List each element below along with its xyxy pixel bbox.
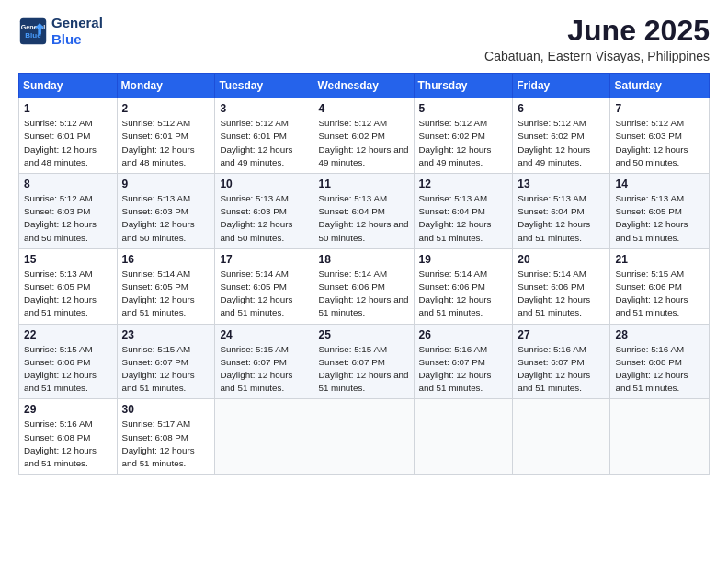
day-number: 28 <box>615 328 704 341</box>
day-number: 18 <box>318 253 408 266</box>
day-number: 4 <box>318 102 408 115</box>
weekday-header-saturday: Saturday <box>610 74 710 98</box>
day-number: 20 <box>518 253 605 266</box>
weekday-header-thursday: Thursday <box>414 74 513 98</box>
day-number: 30 <box>122 403 210 416</box>
day-number: 15 <box>24 253 112 266</box>
day-number: 2 <box>122 102 210 115</box>
day-number: 3 <box>220 102 308 115</box>
day-number: 9 <box>122 178 210 190</box>
logo: General Blue General Blue <box>18 15 103 48</box>
day-number: 6 <box>518 102 605 115</box>
calendar-cell: 21Sunrise: 5:15 AMSunset: 6:06 PMDayligh… <box>610 248 710 324</box>
day-info: Sunrise: 5:14 AMSunset: 6:05 PMDaylight:… <box>220 268 308 320</box>
calendar-cell: 9Sunrise: 5:13 AMSunset: 6:03 PMDaylight… <box>117 174 215 249</box>
calendar-cell: 1Sunrise: 5:12 AMSunset: 6:01 PMDaylight… <box>19 98 118 174</box>
calendar-cell: 28Sunrise: 5:16 AMSunset: 6:08 PMDayligh… <box>610 324 710 399</box>
day-info: Sunrise: 5:14 AMSunset: 6:06 PMDaylight:… <box>318 268 408 320</box>
calendar-week-4: 22Sunrise: 5:15 AMSunset: 6:06 PMDayligh… <box>19 324 710 399</box>
weekday-header-tuesday: Tuesday <box>215 74 313 98</box>
day-number: 22 <box>24 328 112 341</box>
calendar-table: SundayMondayTuesdayWednesdayThursdayFrid… <box>18 73 710 475</box>
day-info: Sunrise: 5:17 AMSunset: 6:08 PMDaylight:… <box>122 418 210 470</box>
day-number: 19 <box>419 253 508 266</box>
day-number: 12 <box>419 178 508 190</box>
weekday-header-row: SundayMondayTuesdayWednesdayThursdayFrid… <box>19 74 710 98</box>
weekday-header-sunday: Sunday <box>19 74 118 98</box>
calendar-cell: 10Sunrise: 5:13 AMSunset: 6:03 PMDayligh… <box>215 174 313 249</box>
day-info: Sunrise: 5:13 AMSunset: 6:04 PMDaylight:… <box>318 192 408 245</box>
day-info: Sunrise: 5:13 AMSunset: 6:04 PMDaylight:… <box>419 192 508 245</box>
location: Cabatuan, Eastern Visayas, Philippines <box>484 49 710 63</box>
calendar-cell: 11Sunrise: 5:13 AMSunset: 6:04 PMDayligh… <box>313 174 414 249</box>
calendar-cell: 15Sunrise: 5:13 AMSunset: 6:05 PMDayligh… <box>19 248 118 324</box>
day-info: Sunrise: 5:15 AMSunset: 6:07 PMDaylight:… <box>318 343 408 396</box>
day-info: Sunrise: 5:16 AMSunset: 6:07 PMDaylight:… <box>518 343 605 396</box>
calendar-cell <box>215 399 313 475</box>
day-number: 17 <box>220 253 308 266</box>
calendar-cell: 12Sunrise: 5:13 AMSunset: 6:04 PMDayligh… <box>414 174 513 249</box>
day-info: Sunrise: 5:15 AMSunset: 6:07 PMDaylight:… <box>220 343 308 396</box>
weekday-header-friday: Friday <box>513 74 610 98</box>
day-info: Sunrise: 5:13 AMSunset: 6:03 PMDaylight:… <box>220 192 308 245</box>
day-number: 7 <box>615 102 704 115</box>
calendar-cell: 22Sunrise: 5:15 AMSunset: 6:06 PMDayligh… <box>19 324 118 399</box>
calendar-cell: 8Sunrise: 5:12 AMSunset: 6:03 PMDaylight… <box>19 174 118 249</box>
calendar-cell <box>610 399 710 475</box>
calendar-cell: 6Sunrise: 5:12 AMSunset: 6:02 PMDaylight… <box>513 98 610 174</box>
calendar-cell: 4Sunrise: 5:12 AMSunset: 6:02 PMDaylight… <box>313 98 414 174</box>
day-info: Sunrise: 5:12 AMSunset: 6:01 PMDaylight:… <box>122 117 210 169</box>
month-title: June 2025 <box>484 15 710 47</box>
day-number: 13 <box>518 178 605 190</box>
day-info: Sunrise: 5:12 AMSunset: 6:03 PMDaylight:… <box>615 117 704 169</box>
day-info: Sunrise: 5:12 AMSunset: 6:02 PMDaylight:… <box>419 117 508 169</box>
day-number: 14 <box>615 178 704 190</box>
weekday-header-monday: Monday <box>117 74 215 98</box>
calendar-cell <box>513 399 610 475</box>
day-number: 27 <box>518 328 605 341</box>
calendar-cell: 2Sunrise: 5:12 AMSunset: 6:01 PMDaylight… <box>117 98 215 174</box>
day-number: 8 <box>24 178 112 190</box>
calendar-cell <box>313 399 414 475</box>
day-number: 24 <box>220 328 308 341</box>
day-info: Sunrise: 5:12 AMSunset: 6:03 PMDaylight:… <box>24 192 112 245</box>
calendar-cell: 5Sunrise: 5:12 AMSunset: 6:02 PMDaylight… <box>414 98 513 174</box>
day-number: 16 <box>122 253 210 266</box>
day-info: Sunrise: 5:15 AMSunset: 6:07 PMDaylight:… <box>122 343 210 396</box>
calendar-cell: 25Sunrise: 5:15 AMSunset: 6:07 PMDayligh… <box>313 324 414 399</box>
calendar-cell: 13Sunrise: 5:13 AMSunset: 6:04 PMDayligh… <box>513 174 610 249</box>
calendar-cell: 23Sunrise: 5:15 AMSunset: 6:07 PMDayligh… <box>117 324 215 399</box>
day-info: Sunrise: 5:15 AMSunset: 6:06 PMDaylight:… <box>615 268 704 320</box>
day-number: 11 <box>318 178 408 190</box>
calendar-cell: 29Sunrise: 5:16 AMSunset: 6:08 PMDayligh… <box>19 399 118 475</box>
title-block: June 2025 Cabatuan, Eastern Visayas, Phi… <box>484 15 710 63</box>
day-info: Sunrise: 5:14 AMSunset: 6:05 PMDaylight:… <box>122 268 210 320</box>
day-info: Sunrise: 5:16 AMSunset: 6:08 PMDaylight:… <box>24 418 112 470</box>
day-info: Sunrise: 5:13 AMSunset: 6:05 PMDaylight:… <box>615 192 704 245</box>
calendar-cell: 26Sunrise: 5:16 AMSunset: 6:07 PMDayligh… <box>414 324 513 399</box>
calendar-cell: 30Sunrise: 5:17 AMSunset: 6:08 PMDayligh… <box>117 399 215 475</box>
day-number: 1 <box>24 102 112 115</box>
calendar-week-3: 15Sunrise: 5:13 AMSunset: 6:05 PMDayligh… <box>19 248 710 324</box>
day-info: Sunrise: 5:14 AMSunset: 6:06 PMDaylight:… <box>518 268 605 320</box>
calendar-week-1: 1Sunrise: 5:12 AMSunset: 6:01 PMDaylight… <box>19 98 710 174</box>
weekday-header-wednesday: Wednesday <box>313 74 414 98</box>
day-info: Sunrise: 5:12 AMSunset: 6:02 PMDaylight:… <box>518 117 605 169</box>
calendar-cell: 19Sunrise: 5:14 AMSunset: 6:06 PMDayligh… <box>414 248 513 324</box>
day-number: 5 <box>419 102 508 115</box>
page-header: General Blue General Blue June 2025 Caba… <box>18 15 710 63</box>
calendar-cell: 7Sunrise: 5:12 AMSunset: 6:03 PMDaylight… <box>610 98 710 174</box>
day-number: 10 <box>220 178 308 190</box>
day-info: Sunrise: 5:13 AMSunset: 6:03 PMDaylight:… <box>122 192 210 245</box>
day-info: Sunrise: 5:13 AMSunset: 6:04 PMDaylight:… <box>518 192 605 245</box>
day-info: Sunrise: 5:12 AMSunset: 6:02 PMDaylight:… <box>318 117 408 169</box>
day-info: Sunrise: 5:12 AMSunset: 6:01 PMDaylight:… <box>220 117 308 169</box>
day-info: Sunrise: 5:14 AMSunset: 6:06 PMDaylight:… <box>419 268 508 320</box>
calendar-cell: 16Sunrise: 5:14 AMSunset: 6:05 PMDayligh… <box>117 248 215 324</box>
day-info: Sunrise: 5:16 AMSunset: 6:08 PMDaylight:… <box>615 343 704 396</box>
calendar-cell <box>414 399 513 475</box>
calendar-cell: 17Sunrise: 5:14 AMSunset: 6:05 PMDayligh… <box>215 248 313 324</box>
calendar-cell: 14Sunrise: 5:13 AMSunset: 6:05 PMDayligh… <box>610 174 710 249</box>
day-number: 26 <box>419 328 508 341</box>
day-info: Sunrise: 5:13 AMSunset: 6:05 PMDaylight:… <box>24 268 112 320</box>
